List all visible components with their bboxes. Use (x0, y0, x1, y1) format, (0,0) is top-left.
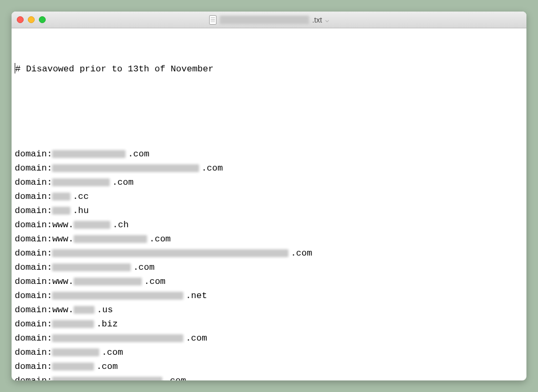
domain-suffix: .com (128, 147, 149, 161)
domain-suffix: .hu (73, 204, 89, 218)
domain-subprefix: www. (52, 232, 74, 246)
domain-prefix: domain: (15, 147, 52, 161)
domain-prefix: domain: (15, 204, 52, 218)
domain-prefix: domain: (15, 189, 52, 204)
domain-suffix: .com (144, 274, 165, 289)
domain-prefix: domain: (15, 359, 52, 374)
domain-suffix: .com (101, 345, 123, 359)
domain-redacted (52, 178, 110, 186)
domain-redacted (52, 292, 183, 300)
text-editor-content[interactable]: # Disavowed prior to 13th of November do… (12, 28, 526, 380)
domain-prefix: domain: (15, 232, 52, 246)
domain-line: domain:www..us (15, 303, 523, 317)
filename-redacted (220, 16, 309, 24)
minimize-button[interactable] (28, 16, 35, 23)
domain-suffix: .com (201, 161, 223, 175)
domain-prefix: domain: (15, 260, 52, 274)
app-window: .txt ⌵ # Disavowed prior to 13th of Nove… (12, 12, 526, 380)
domain-redacted (52, 193, 70, 200)
domain-line: domain:.com (15, 374, 523, 380)
text-cursor (15, 63, 15, 73)
domain-line: domain:.com (15, 161, 523, 175)
chevron-down-icon[interactable]: ⌵ (325, 16, 329, 24)
domain-line: domain:www..com (15, 232, 523, 246)
domain-suffix: .cc (73, 189, 89, 204)
filename-suffix: .txt (312, 16, 322, 24)
domain-suffix: .com (133, 260, 154, 274)
domain-redacted (74, 306, 95, 314)
domain-suffix: .net (185, 289, 207, 303)
zoom-button[interactable] (39, 16, 46, 23)
domain-line: domain:.com (15, 175, 523, 189)
domain-line: domain:.com (15, 260, 523, 274)
domain-redacted (52, 207, 70, 215)
blank-line (15, 104, 523, 119)
domain-subprefix: www. (52, 218, 74, 232)
domain-suffix: .com (164, 374, 186, 380)
comment-text: # Disavowed prior to 13th of November (15, 62, 213, 76)
domain-line: domain:.com (15, 147, 523, 161)
domain-prefix: domain: (15, 274, 52, 289)
domain-redacted (74, 278, 142, 285)
domain-line: domain:.com (15, 345, 523, 359)
domain-suffix: .com (185, 331, 207, 345)
domain-line: domain:.com (15, 246, 523, 260)
domain-redacted (52, 150, 126, 158)
domain-line: domain:.cc (15, 189, 523, 204)
domain-line: domain:.com (15, 331, 523, 345)
domain-redacted (74, 221, 110, 229)
domain-subprefix: www. (52, 274, 74, 289)
domain-line: domain:.com (15, 359, 523, 374)
domain-prefix: domain: (15, 175, 52, 189)
domain-prefix: domain: (15, 303, 52, 317)
domain-redacted (52, 377, 162, 380)
domain-suffix: .us (97, 303, 113, 317)
close-button[interactable] (17, 16, 24, 23)
domain-redacted (52, 363, 94, 370)
domain-line: domain:.biz (15, 317, 523, 331)
domain-redacted (52, 263, 131, 271)
domain-suffix: .com (149, 232, 171, 246)
window-title[interactable]: .txt ⌵ (209, 15, 329, 25)
domain-redacted (52, 334, 183, 342)
domain-prefix: domain: (15, 345, 52, 359)
domain-line: domain:www..com (15, 274, 523, 289)
domain-redacted (74, 235, 147, 243)
domain-prefix: domain: (15, 161, 52, 175)
domain-prefix: domain: (15, 331, 52, 345)
domain-prefix: domain: (15, 374, 52, 380)
titlebar[interactable]: .txt ⌵ (12, 12, 526, 28)
comment-line: # Disavowed prior to 13th of November (15, 62, 523, 76)
domain-suffix: .com (96, 359, 118, 374)
domain-redacted (52, 348, 99, 356)
domain-prefix: domain: (15, 246, 52, 260)
domain-line: domain:.hu (15, 204, 523, 218)
domain-line: domain:.net (15, 289, 523, 303)
domain-suffix: .com (112, 175, 133, 189)
domain-suffix: .biz (96, 317, 118, 331)
domain-line: domain:www..ch (15, 218, 523, 232)
traffic-lights (17, 16, 46, 23)
domain-subprefix: www. (52, 303, 74, 317)
domain-redacted (52, 320, 94, 328)
domain-prefix: domain: (15, 218, 52, 232)
domain-prefix: domain: (15, 317, 52, 331)
document-icon (209, 15, 216, 25)
domain-suffix: .ch (112, 218, 129, 232)
domain-suffix: .com (291, 246, 312, 260)
domain-redacted (52, 249, 288, 257)
domain-redacted (52, 164, 199, 172)
domain-prefix: domain: (15, 289, 52, 303)
